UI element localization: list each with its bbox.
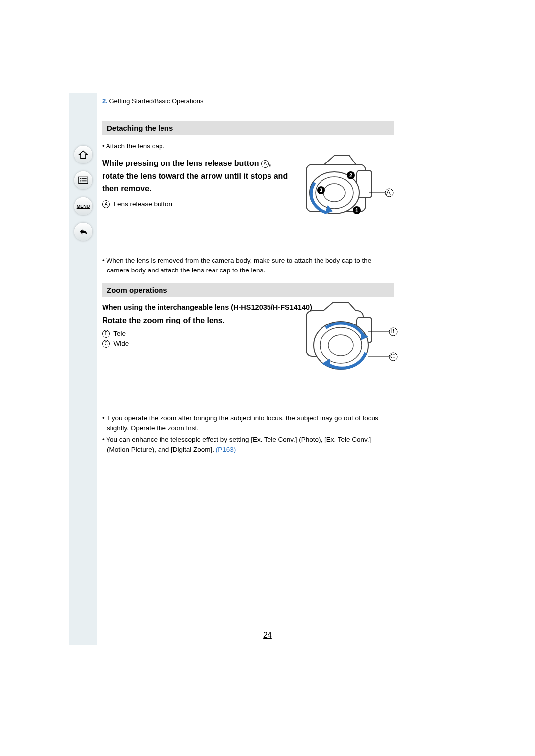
svg-point-3 <box>80 180 81 181</box>
bullet-attach-cap: • Attach the lens cap. <box>102 141 394 151</box>
section-heading-detaching: Detaching the lens <box>102 121 394 135</box>
menu-button-label: MENU <box>77 204 90 209</box>
page-number: 24 <box>0 631 535 640</box>
legend-b-text: Tele <box>113 330 126 337</box>
section-heading-zoom: Zoom operations <box>102 283 394 297</box>
back-icon <box>78 227 89 236</box>
breadcrumb: 2. Getting Started/Basic Operations <box>102 97 394 105</box>
legend-c-text: Wide <box>114 340 129 347</box>
svg-point-1 <box>80 178 81 179</box>
svg-text:2: 2 <box>349 172 352 178</box>
breadcrumb-number: 2. <box>102 97 107 105</box>
svg-point-5 <box>80 182 81 183</box>
notes-zoom: • If you operate the zoom after bringing… <box>102 413 394 455</box>
diagram-callout-a: A <box>386 189 391 196</box>
legend-a-text: Lens release button <box>114 200 173 208</box>
sidebar: MENU <box>69 93 97 645</box>
list-icon <box>78 176 88 184</box>
back-button[interactable] <box>74 223 92 241</box>
camera-zoom-icon <box>301 298 400 385</box>
circled-a: A <box>102 200 110 208</box>
circled-a-inline: A <box>261 160 269 168</box>
breadcrumb-text: Getting Started/Basic Operations <box>109 97 203 105</box>
note-tele-conv-text: • You can enhance the telescopic effect … <box>102 436 371 453</box>
divider <box>102 108 394 108</box>
home-button[interactable] <box>74 146 92 163</box>
menu-button[interactable]: MENU <box>74 197 92 215</box>
illustration-detach-lens: 2 3 1 A <box>297 151 396 230</box>
camera-detach-icon: 2 3 1 <box>297 151 396 230</box>
instruction-text-part1: While pressing on the lens release butto… <box>102 159 261 167</box>
note-zoom-focus: • If you operate the zoom after bringing… <box>102 413 394 433</box>
note-detach: • When the lens is removed from the came… <box>102 256 394 276</box>
note-tele-conv: • You can enhance the telescopic effect … <box>102 435 394 455</box>
diagram-callout-c: C <box>390 352 395 360</box>
illustration-zoom-ring: B C <box>301 298 400 385</box>
note-body-cap: • When the lens is removed from the came… <box>102 256 394 276</box>
sidebar-buttons: MENU <box>73 146 93 241</box>
circled-b: B <box>102 330 110 338</box>
link-p163[interactable]: (P163) <box>216 446 236 453</box>
page: MENU 2. Getting Started/Basic Operations… <box>0 0 535 756</box>
svg-text:1: 1 <box>355 207 358 213</box>
home-icon <box>78 150 88 160</box>
instruction-detach: While pressing on the lens release butto… <box>102 157 290 195</box>
circled-c: C <box>102 340 110 348</box>
toc-button[interactable] <box>74 171 92 189</box>
diagram-callout-b: B <box>390 327 395 335</box>
svg-text:3: 3 <box>320 187 322 193</box>
